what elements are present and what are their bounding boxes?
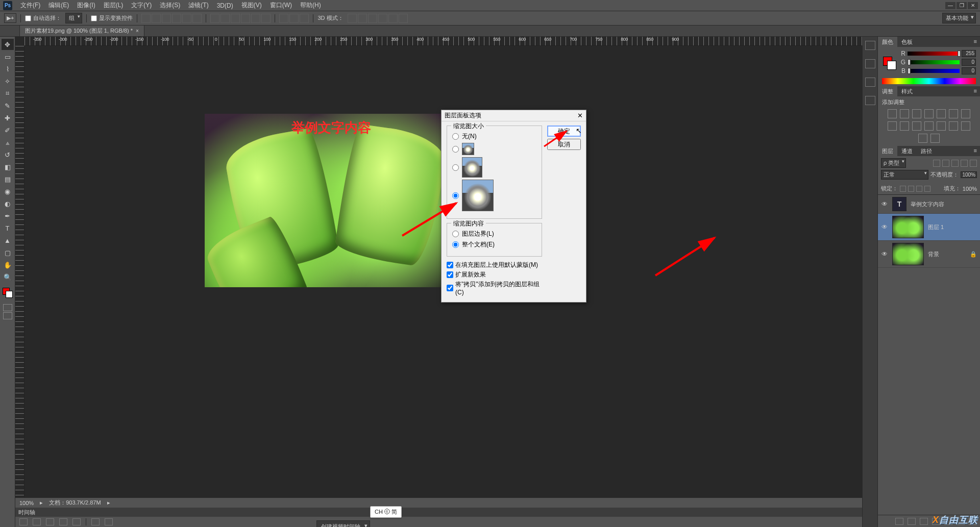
blend-mode-dropdown[interactable]: 正常 xyxy=(881,170,928,180)
zoom-level[interactable]: 100% xyxy=(19,500,34,506)
layer-name[interactable]: 图层 1 xyxy=(928,223,977,231)
properties-panel-icon[interactable] xyxy=(865,59,875,68)
channels-tab[interactable]: 通道 xyxy=(897,146,917,156)
visibility-icon[interactable]: 👁 xyxy=(881,200,888,208)
menu-view[interactable]: 视图(V) xyxy=(237,1,266,10)
adjust-panel-menu-icon[interactable]: ≡ xyxy=(971,86,980,96)
photo-filter-icon[interactable] xyxy=(888,121,897,131)
thumb-size-small-radio[interactable] xyxy=(452,143,536,155)
b-slider[interactable] xyxy=(908,69,960,73)
zoom-tool[interactable]: 🔍 xyxy=(2,271,14,283)
invert-icon[interactable] xyxy=(924,121,934,131)
timeline-next-frame-icon[interactable] xyxy=(59,518,67,525)
menu-window[interactable]: 窗口(W) xyxy=(266,1,296,10)
color-swatches[interactable] xyxy=(2,287,14,300)
character-panel-icon[interactable] xyxy=(865,78,875,87)
screen-mode-icons[interactable] xyxy=(3,304,12,319)
add-copy-suffix-checkbox[interactable]: 将"拷贝"添加到拷贝的图层和组(C) xyxy=(447,280,542,296)
clone-stamp-tool[interactable]: ⟁ xyxy=(2,137,14,148)
timeline-first-frame-icon[interactable] xyxy=(19,518,28,525)
visibility-icon[interactable]: 👁 xyxy=(881,250,888,258)
gradient-map-icon[interactable] xyxy=(961,121,970,131)
lasso-tool[interactable]: ⌇ xyxy=(2,63,14,74)
opacity-value[interactable]: 100% xyxy=(961,171,977,178)
type-tool[interactable]: T xyxy=(2,222,14,234)
hue-strip[interactable] xyxy=(882,78,976,84)
move-tool[interactable]: ✥ xyxy=(2,39,14,50)
window-minimize[interactable]: — xyxy=(945,2,955,9)
color-tab[interactable]: 颜色 xyxy=(878,37,897,47)
timeline-transition-icon[interactable] xyxy=(105,518,113,525)
fill-value[interactable]: 100% xyxy=(963,186,977,192)
filter-type-icon[interactable] xyxy=(951,160,959,167)
layer-row-background[interactable]: 👁 背景 🔒 xyxy=(878,241,980,268)
menu-3d[interactable]: 3D(D) xyxy=(213,2,237,9)
use-default-mask-checkbox[interactable]: 在填充图层上使用默认蒙版(M) xyxy=(447,261,542,269)
color-panel-swatches[interactable] xyxy=(882,56,897,71)
marquee-tool[interactable]: ▭ xyxy=(2,51,14,62)
menu-edit[interactable]: 编辑(E) xyxy=(44,1,73,10)
color-lookup-icon[interactable] xyxy=(912,121,921,131)
filter-adjust-icon[interactable] xyxy=(942,160,949,167)
r-slider[interactable] xyxy=(908,52,960,56)
b-value[interactable]: 0 xyxy=(962,67,976,74)
lock-pixels-icon[interactable] xyxy=(908,186,914,192)
show-transform-checkbox[interactable]: 显示变换控件 xyxy=(91,14,133,22)
dialog-close-icon[interactable]: ✕ xyxy=(577,112,583,119)
swatches-tab[interactable]: 色板 xyxy=(897,37,917,47)
layer-name[interactable]: 举例文字内容 xyxy=(911,200,977,208)
thumb-content-bounds-radio[interactable]: 图层边界(L) xyxy=(452,230,536,238)
dodge-tool[interactable]: ◐ xyxy=(2,198,14,209)
hue-icon[interactable] xyxy=(949,109,958,118)
menu-file[interactable]: 文件(F) xyxy=(16,1,44,10)
healing-brush-tool[interactable]: ✚ xyxy=(2,112,14,123)
layer-row-text[interactable]: 👁 T 举例文字内容 xyxy=(878,195,980,214)
auto-select-checkbox[interactable]: 自动选择： xyxy=(25,14,61,22)
thumb-size-large-radio[interactable] xyxy=(452,180,536,211)
history-brush-tool[interactable]: ↺ xyxy=(2,149,14,160)
exposure-icon[interactable] xyxy=(924,109,934,118)
vibrance-icon[interactable] xyxy=(937,109,946,118)
blur-tool[interactable]: ◉ xyxy=(2,186,14,197)
r-value[interactable]: 255 xyxy=(962,50,976,57)
create-video-timeline-button[interactable]: 创建视频时间轴 xyxy=(316,520,370,527)
g-value[interactable]: 0 xyxy=(962,59,976,66)
menu-filter[interactable]: 滤镜(T) xyxy=(184,1,212,10)
link-layers-icon[interactable] xyxy=(895,518,903,525)
crop-tool[interactable]: ⌗ xyxy=(2,88,14,99)
brush-tool[interactable]: ✐ xyxy=(2,124,14,136)
dialog-cancel-button[interactable]: 取消 xyxy=(547,139,581,150)
gradient-tool[interactable]: ▤ xyxy=(2,173,14,185)
posterize-icon[interactable] xyxy=(937,121,946,131)
menu-type[interactable]: 文字(Y) xyxy=(127,1,156,10)
magic-wand-tool[interactable]: ✧ xyxy=(2,76,14,87)
g-slider[interactable] xyxy=(908,60,960,64)
document-tab[interactable]: 图片素材19.png @ 100% (图层 1, RGB/8) * × xyxy=(19,25,144,36)
workspace-switcher[interactable]: 基本功能 xyxy=(942,13,976,23)
window-maximize[interactable]: ❐ xyxy=(957,2,967,9)
hand-tool[interactable]: ✋ xyxy=(2,259,14,270)
visibility-icon[interactable]: 👁 xyxy=(881,223,888,231)
lock-position-icon[interactable] xyxy=(916,186,922,192)
actions-panel-icon[interactable] xyxy=(865,96,875,105)
timeline-audio-icon[interactable] xyxy=(72,518,81,525)
auto-select-type-dropdown[interactable]: 组 xyxy=(65,13,82,23)
curves-icon[interactable] xyxy=(912,109,921,118)
layer-mask-icon[interactable] xyxy=(920,518,928,525)
lock-transparency-icon[interactable] xyxy=(900,186,906,192)
styles-tab[interactable]: 样式 xyxy=(897,86,917,96)
menu-help[interactable]: 帮助(H) xyxy=(296,1,325,10)
adj-icon[interactable] xyxy=(930,134,940,143)
layers-panel-menu-icon[interactable]: ≡ xyxy=(971,146,980,156)
threshold-icon[interactable] xyxy=(949,121,958,131)
layer-filter-kind[interactable]: ρ 类型 xyxy=(881,158,906,168)
eraser-tool[interactable]: ◧ xyxy=(2,161,14,172)
menu-select[interactable]: 选择(S) xyxy=(156,1,184,10)
filter-smart-icon[interactable] xyxy=(970,160,977,167)
pen-tool[interactable]: ✒ xyxy=(2,210,14,221)
selective-color-icon[interactable] xyxy=(918,134,927,143)
timeline-play-icon[interactable] xyxy=(46,518,54,525)
lock-all-icon[interactable] xyxy=(924,186,930,192)
history-panel-icon[interactable] xyxy=(865,41,875,50)
path-selection-tool[interactable]: ▲ xyxy=(2,235,14,246)
